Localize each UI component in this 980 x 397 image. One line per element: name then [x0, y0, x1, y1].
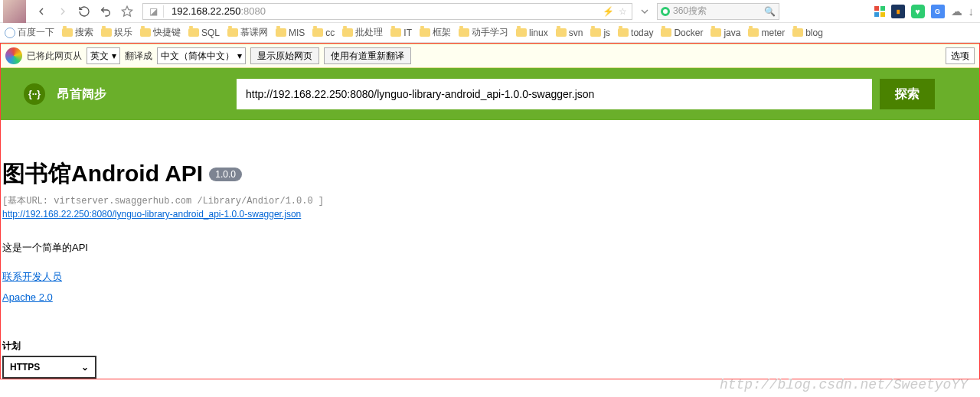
folder-icon: [459, 28, 469, 37]
back-button[interactable]: [32, 2, 51, 21]
bookmark-item[interactable]: 搜索: [62, 26, 93, 39]
bookmark-star-icon[interactable]: ☆: [619, 6, 632, 17]
address-bar[interactable]: ◪ 192.168.22.250:8080 ⚡ ☆: [142, 3, 632, 20]
bookmark-label: SQL: [201, 28, 220, 38]
show-original-button[interactable]: 显示原始网页: [250, 47, 319, 64]
watermark: http://blog.csdn.net/SweetyoYY: [720, 377, 968, 392]
swagger-header: {··} 昂首阔步 探索: [1, 68, 979, 120]
flash-icon[interactable]: ⚡: [603, 6, 619, 17]
folder-icon: [101, 28, 112, 37]
search-input[interactable]: 360搜索 🔍: [657, 3, 779, 20]
bookmark-item[interactable]: SQL: [188, 28, 220, 38]
folder-icon: [516, 28, 527, 37]
schemes-select[interactable]: HTTPS ⌄: [2, 356, 96, 379]
search-engine-icon: [661, 7, 670, 16]
translate-prefix: 已将此网页从: [27, 50, 82, 63]
url-text: 192.168.22.250:8080: [167, 5, 266, 17]
spec-url-input[interactable]: [237, 79, 872, 109]
spec-link[interactable]: http://192.168.22.250:8080/lynguo-librar…: [2, 209, 301, 220]
dropdown-icon[interactable]: [635, 2, 654, 21]
folder-icon: [312, 28, 323, 37]
explore-button[interactable]: 探索: [880, 79, 935, 109]
bookmark-item[interactable]: 慕课网: [227, 26, 268, 39]
bookmark-label: 慕课网: [240, 26, 268, 39]
pinwheel-icon: [5, 47, 22, 64]
to-lang-value: 中文（简体中文）: [161, 50, 234, 63]
folder-icon: [618, 28, 629, 37]
bookmark-label: js: [603, 28, 610, 38]
bookmark-label: Docker: [674, 28, 703, 38]
bookmark-label: today: [631, 28, 653, 38]
bookmark-item[interactable]: 快捷键: [140, 26, 181, 39]
folder-icon: [188, 28, 199, 37]
apps-icon[interactable]: [874, 6, 885, 17]
swagger-brand: 昂首阔步: [57, 86, 106, 103]
bookmark-label: cc: [325, 28, 335, 38]
folder-icon: [590, 28, 601, 37]
chevron-down-icon: ▾: [112, 50, 116, 61]
version-badge: 1.0.0: [209, 168, 242, 181]
folder-icon: [140, 28, 151, 37]
swagger-logo-icon: {··}: [24, 83, 45, 105]
browser-toolbar: ◪ 192.168.22.250:8080 ⚡ ☆ 360搜索 🔍 ∎ ♥ G …: [0, 0, 980, 23]
api-description: 这是一个简单的API: [2, 241, 979, 255]
bookmark-item[interactable]: today: [618, 28, 653, 38]
bookmark-label: 框架: [433, 26, 451, 39]
schemes-label: 计划: [2, 340, 978, 353]
schemes-section: 计划 HTTPS ⌄: [1, 340, 979, 379]
bookmark-item[interactable]: 框架: [420, 26, 451, 39]
forward-button[interactable]: [54, 2, 72, 21]
api-info: 图书馆Android API 1.0.0 [基本URL: virtserver.…: [1, 120, 979, 303]
bookmark-label: 搜索: [75, 26, 93, 39]
bookmark-label: 动手学习: [472, 26, 508, 39]
translate-ext-icon[interactable]: G: [931, 5, 945, 18]
bookmark-item[interactable]: js: [590, 28, 610, 38]
bookmark-item[interactable]: linux: [516, 28, 548, 38]
search-placeholder: 360搜索: [673, 5, 707, 18]
bookmark-label: 快捷键: [153, 26, 181, 39]
undo-button[interactable]: [96, 2, 115, 21]
bookmark-item[interactable]: 动手学习: [459, 26, 508, 39]
bookmarks-bar: 百度一下 搜索 娱乐 快捷键 SQL 慕课网 MIS cc 批处理 IT 框架 …: [0, 23, 980, 43]
retranslate-button[interactable]: 使用有道重新翻译: [324, 47, 411, 64]
bookmark-item[interactable]: 百度一下: [5, 26, 54, 39]
bookmark-item[interactable]: blog: [792, 28, 823, 38]
to-language-select[interactable]: 中文（简体中文）▾: [157, 47, 246, 64]
ext-icon-1[interactable]: ∎: [891, 5, 905, 18]
bookmark-item[interactable]: cc: [312, 28, 335, 38]
bookmark-item[interactable]: IT: [390, 28, 412, 38]
folder-icon: [342, 28, 353, 37]
from-language-select[interactable]: 英文▾: [87, 47, 120, 64]
star-icon[interactable]: [118, 2, 136, 21]
folder-icon: [792, 28, 803, 37]
translate-options-button[interactable]: 选项: [946, 47, 975, 64]
bookmark-label: 娱乐: [114, 26, 132, 39]
schemes-value: HTTPS: [10, 362, 40, 373]
search-icon[interactable]: 🔍: [764, 6, 776, 17]
folder-icon: [748, 28, 759, 37]
globe-icon: [5, 28, 15, 38]
folder-icon: [556, 28, 567, 37]
bookmark-item[interactable]: svn: [556, 28, 583, 38]
bookmark-label: linux: [529, 28, 548, 38]
bookmark-item[interactable]: 批处理: [342, 26, 383, 39]
translate-bar: 已将此网页从 英文▾ 翻译成 中文（简体中文）▾ 显示原始网页 使用有道重新翻译…: [1, 44, 979, 68]
folder-icon: [390, 28, 401, 37]
shield-icon[interactable]: ♥: [911, 5, 925, 18]
reload-button[interactable]: [75, 2, 93, 21]
bookmark-item[interactable]: MIS: [276, 28, 305, 38]
cloud-icon[interactable]: ☁: [951, 5, 962, 18]
bookmark-item[interactable]: meter: [748, 28, 785, 38]
contact-link[interactable]: 联系开发人员: [2, 270, 62, 284]
bookmark-item[interactable]: java: [710, 28, 740, 38]
bookmark-item[interactable]: 娱乐: [101, 26, 132, 39]
bookmark-item[interactable]: Docker: [661, 28, 703, 38]
site-info-icon[interactable]: ◪: [146, 5, 160, 18]
bookmark-label: java: [724, 28, 740, 38]
folder-icon: [710, 28, 721, 37]
chevron-down-icon: ▾: [237, 50, 242, 61]
license-link[interactable]: Apache 2.0: [2, 291, 53, 303]
translate-to-label: 翻译成: [125, 50, 152, 63]
svg-marker-0: [122, 6, 132, 16]
download-icon[interactable]: ↓: [969, 5, 975, 18]
